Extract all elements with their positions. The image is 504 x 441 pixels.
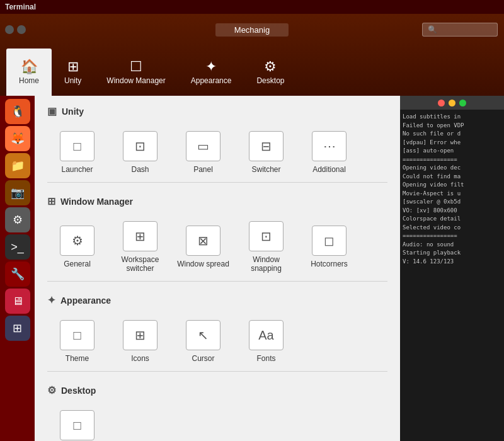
win-min-btn[interactable] [17,25,26,34]
item-label-fonts: Fonts [256,354,275,363]
item-label-panel: Panel [193,165,213,174]
item-icon-switcher: ⊟ [249,131,284,161]
term-line-6: Opening video dec [403,164,501,173]
sidebar-icon-terminal[interactable]: >_ [5,234,30,260]
item-label-hotcorners: Hotcorners [311,260,348,268]
sidebar-icon-workspace[interactable]: ⊞ [5,316,30,341]
grid-item-theme[interactable]: □ Theme [47,314,107,368]
term-line-13: Selected video co [403,224,501,232]
window-title: Mechanig [215,23,289,37]
section-header-appearance: ✦ Appearance [47,294,387,306]
term-line-7: Could not find ma [403,173,501,181]
nav-tabs: 🏠 Home ⊞ Unity ☐ Window Manager ✦ Appear… [0,45,504,96]
sidebar-icon-files[interactable]: 📁 [5,153,30,178]
search-area [422,23,498,37]
divider-appearance [47,371,387,372]
main-area: 🐧🦊📁📷⚙>_🔧🖥⊞ ▣ Unity □ Launcher ⊡ Dash ▭ P… [0,96,504,441]
item-label-window-snapping: Window snapping [239,255,293,273]
item-icon-panel: ▭ [186,131,220,161]
nav-tab-label-unity: Unity [64,76,81,85]
section-window-manager: ⊞ Window Manager ⚙ General ⊞ Workspace s… [47,195,387,282]
item-icon-theme: □ [60,320,94,350]
title-bar-text: Terminal [5,3,36,11]
win-close-btn[interactable] [5,25,14,34]
term-line-1: Failed to open VDP [403,122,501,130]
nav-tab-unity[interactable]: ⊞ Unity [52,49,94,96]
term-line-5: ================ [403,156,501,164]
sidebar-icon-ubuntu[interactable]: 🐧 [5,99,30,124]
sidebar-icon-photos[interactable]: 📷 [5,180,30,205]
grid-item-hotcorners[interactable]: ◻ Hotcorners [299,215,359,278]
nav-tab-icon-desktop: ⚙ [264,60,277,74]
grid-item-dash[interactable]: ⊡ Dash [110,125,170,179]
nav-tab-appearance[interactable]: ✦ Appearance [178,49,244,96]
sidebar-icon-settings[interactable]: ⚙ [5,207,30,232]
term-line-12: Colorspace detail [403,215,501,224]
grid-item-icons[interactable]: ⊞ Icons [110,314,170,368]
section-header-window-manager: ⊞ Window Manager [47,195,387,207]
nav-tab-label-window-manager: Window Manager [106,76,165,85]
term-line-3: [vdpau] Error whe [403,139,501,147]
item-label-cursor: Cursor [192,354,214,363]
section-icon-appearance: ✦ [47,294,55,306]
item-icon-window-spread: ⊠ [186,226,220,256]
grid-item-additional[interactable]: ⋯ Additional [299,125,359,179]
search-input[interactable] [422,23,498,37]
item-icon-dash: ⊡ [123,131,158,161]
grid-item-window-snapping[interactable]: ⊡ Window snapping [236,215,296,278]
section-label-window-manager: Window Manager [60,197,133,207]
term-line-0: Load subtitles in [403,113,501,122]
grid-item-workspace-switcher[interactable]: ⊞ Workspace switcher [110,215,170,278]
item-label-launcher: Launcher [61,165,93,174]
nav-tab-desktop[interactable]: ⚙ Desktop [244,49,297,96]
term-close-btn[interactable] [438,100,445,106]
nav-tab-icon-unity: ⊞ [67,60,79,74]
item-icon-additional: ⋯ [312,131,346,161]
section-label-unity: Unity [62,106,84,117]
divider-unity [47,182,387,183]
section-header-unity: ▣ Unity [47,105,387,117]
nav-tab-label-appearance: Appearance [191,76,232,85]
item-label-theme: Theme [66,354,89,363]
item-label-general: General [64,260,91,268]
term-line-14: ================ [403,232,501,241]
sidebar-icon-firefox[interactable]: 🦊 [5,126,30,151]
section-icon-desktop: ⚙ [47,384,56,396]
items-grid-appearance: □ Theme ⊞ Icons ↖ Cursor Aa Fonts [47,314,387,368]
nav-bar-top: Mechanig [0,14,504,45]
nav-tab-icon-window-manager: ☐ [130,60,142,74]
section-header-desktop: ⚙ Desktop [47,384,387,396]
item-icon-launcher: □ [60,131,94,161]
nav-tab-home[interactable]: 🏠 Home [6,49,52,96]
nav-tab-icon-appearance: ✦ [205,60,217,74]
grid-item-cursor[interactable]: ↖ Cursor [173,314,233,368]
grid-item-launcher[interactable]: □ Launcher [47,125,107,179]
grid-item-icons[interactable]: □ Icons [47,404,107,441]
grid-item-general[interactable]: ⚙ General [47,215,107,278]
term-line-17: V: 14.6 123/123 [403,258,501,266]
section-icon-window-manager: ⊞ [47,195,55,207]
item-label-icons: Icons [131,354,149,363]
term-line-8: Opening video filt [403,181,501,190]
grid-item-panel[interactable]: ▭ Panel [173,125,233,179]
term-min-btn[interactable] [449,100,455,106]
item-icon-hotcorners: ◻ [312,226,346,256]
content-panel: ▣ Unity □ Launcher ⊡ Dash ▭ Panel ⊟ Swit… [35,96,400,441]
grid-item-window-spread[interactable]: ⊠ Window spread [173,215,233,278]
terminal-content: Load subtitles inFailed to open VDPNo su… [400,110,504,269]
term-line-4: [ass] auto-open [403,147,501,156]
term-max-btn[interactable] [459,100,466,106]
term-line-9: Movie-Aspect is u [403,190,501,198]
term-line-15: Audio: no sound [403,241,501,249]
divider-window-manager [47,281,387,282]
item-icon-icons: □ [60,410,94,440]
items-grid-unity: □ Launcher ⊡ Dash ▭ Panel ⊟ Switcher ⋯ A… [47,125,387,179]
item-label-window-spread: Window spread [177,260,229,268]
sidebar-icon-tools[interactable]: 🔧 [5,261,30,287]
term-line-16: Starting playback [403,249,501,258]
term-line-11: VO: [xv] 800x600 [403,207,501,215]
sidebar-icon-display[interactable]: 🖥 [5,289,30,314]
grid-item-switcher[interactable]: ⊟ Switcher [236,125,296,179]
grid-item-fonts[interactable]: Aa Fonts [236,314,296,368]
nav-tab-window-manager[interactable]: ☐ Window Manager [94,49,178,96]
